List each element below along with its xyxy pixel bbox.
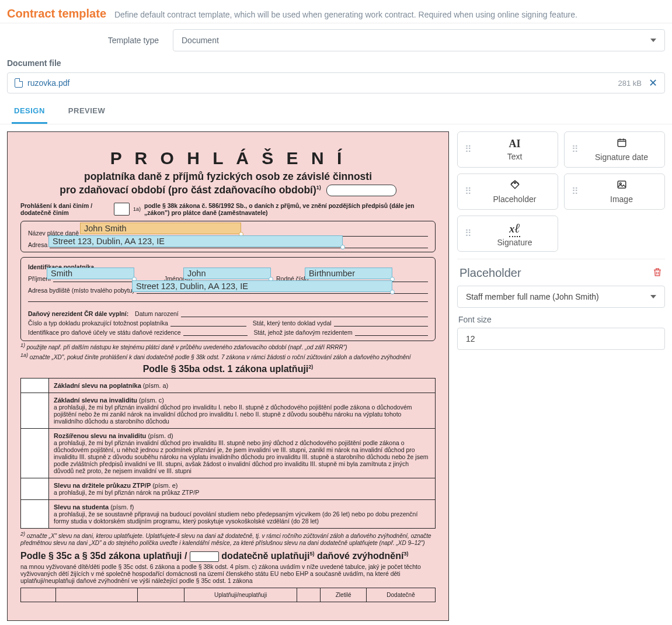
tool-text[interactable]: ⠿ AIText [457,131,558,168]
image-icon [616,179,628,193]
document-file-box: ruzovka.pdf 281 kB ✕ [7,72,665,93]
remove-file-button[interactable]: ✕ [649,78,657,88]
placeholder-birthnumber[interactable]: Birthnumber [305,268,392,279]
chevron-down-icon [650,39,656,42]
placeholder-fullname[interactable]: John Smith [80,223,241,234]
placeholder-address-2[interactable]: Street 123, Dublin, AA 123, IE [132,280,392,292]
section-header: Contract template Define default contrac… [0,0,672,23]
svg-rect-0 [618,140,626,147]
page-subtitle: Define default contract template, which … [114,10,577,19]
table-row: Základní slevu na poplatníka (písm. a) [21,379,436,393]
document-file-size: 281 kB [618,79,642,88]
table-35c: Uplatňuji/neuplatňuji Zletilé Dodatečně [20,588,436,602]
placeholder-firstname[interactable]: John [183,268,271,279]
footnote-2: 2) označte „X" slevu na dani, kterou upl… [20,531,436,546]
fontsize-label: Font size [458,315,664,324]
doc-sub1: poplatníka daně z příjmů fyzických osob … [20,171,436,183]
placeholder-address[interactable]: Street 123, Dublin, AA 123, IE [48,235,343,247]
fontsize-input[interactable] [457,328,665,350]
drag-handle-icon: ⠿ [572,148,580,151]
template-type-select[interactable]: Document [173,29,665,51]
tool-signature[interactable]: ⠿ xℓSignature [457,216,558,252]
tab-design[interactable]: DESIGN [12,99,47,124]
calendar-icon [616,137,628,151]
tool-palette: ⠿ AIText ⠿ Signature date ⠿ Placeholder [457,131,665,252]
document-file-label: Document file [0,57,672,69]
tab-preview[interactable]: PREVIEW [66,99,107,124]
table-35ba: Základní slevu na poplatníka (písm. a)Zá… [20,378,436,529]
placeholder-select[interactable]: Staff member full name (John Smith) [457,286,665,308]
chevron-down-icon [650,295,656,298]
tag-icon [509,179,521,193]
doc-sub2: pro zdaňovací období (pro část zdaňovací… [20,184,436,196]
table-row: Slevu na držitele průkazu ZTP/P (písm. e… [21,478,436,500]
drag-handle-icon: ⠿ [465,190,473,193]
drag-handle-icon: ⠿ [465,148,473,151]
doc-title: P R O H L Á Š E N Í [20,148,436,168]
sec-35c-body: na mnou vyživované dítě/děti podle § 35c… [20,563,436,584]
svg-point-1 [514,182,515,183]
svg-rect-2 [618,181,626,188]
text-icon: AI [509,138,520,150]
table-row: Základní slevu na invaliditu (písm. c)a … [21,393,436,429]
template-type-value: Document [182,36,219,45]
taxpayer-box: Identifikace poplatníka Příjmení Jméno(-… [20,257,436,341]
table-row: Slevu na studenta (písm. f)a prohlašuji,… [21,500,436,529]
delete-button[interactable] [652,267,663,279]
sec-35ba-title: Podle § 35ba odst. 1 zákona uplatňuji2) [20,364,436,374]
placeholder-surname[interactable]: Smith [47,268,134,279]
panel-title: Placeholder [459,266,521,280]
drag-handle-icon: ⠿ [572,190,580,193]
table-row: Rozšířenou slevu na invaliditu (písm. d)… [21,429,436,478]
template-type-label: Template type [7,36,159,45]
tool-signature-date[interactable]: ⠿ Signature date [564,131,665,168]
document-file-name[interactable]: ruzovka.pdf [27,78,69,88]
page-title: Contract template [7,7,106,20]
document-canvas[interactable]: P R O H L Á Š E N Í poplatníka daně z př… [7,131,449,621]
footnote-1a: 1a) označte „XD", pokud činíte prohlášen… [20,352,436,360]
drag-handle-icon: ⠿ [465,232,473,235]
tool-image[interactable]: ⠿ Image [564,173,665,210]
trash-icon [652,267,663,277]
placeholder-select-value: Staff member full name (John Smith) [466,292,599,301]
signature-icon: xℓ [509,221,520,236]
payer-box: Název plátce daně Adresa John Smith Stre… [20,221,436,252]
placeholder-panel: Placeholder Staff member full name (John… [457,259,665,350]
footnote-1: 1) použijte např. při dalším nástupu ke … [20,342,436,350]
tool-placeholder[interactable]: ⠿ Placeholder [457,173,558,210]
sec-35c-title: Podle § 35c a § 35d zákona uplatňuji / d… [20,551,436,562]
file-icon [15,78,23,88]
decl-law: podle § 38k zákona č. 586/1992 Sb., o da… [144,202,436,216]
decl-line: Prohlášení k dani činím / dodatečně činí… [20,202,110,216]
tabs: DESIGN PREVIEW [0,99,672,124]
